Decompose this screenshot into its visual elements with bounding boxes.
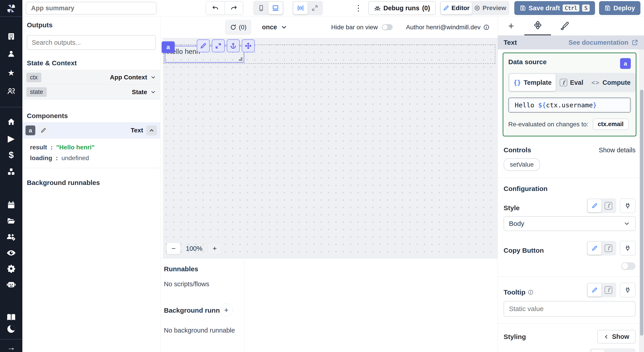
- sidebar-item-workspace[interactable]: [0, 31, 22, 42]
- prop-row-result[interactable]: result : "Hello henri": [22, 142, 160, 153]
- code-prefix: Hello: [515, 101, 538, 109]
- tab-insert-component[interactable]: +: [498, 16, 524, 35]
- controls-title: Controls: [504, 146, 531, 154]
- runnables-panel: Runnables No scripts/flows Background ru…: [160, 258, 498, 352]
- sidebar-item-assistant[interactable]: [0, 280, 22, 290]
- sidebar-item-workers[interactable]: [0, 232, 22, 242]
- compute-tab[interactable]: <> Compute: [588, 74, 634, 91]
- styling-title: Styling: [504, 333, 526, 340]
- sidebar-item-home[interactable]: [0, 117, 22, 127]
- app-summary-input[interactable]: [26, 2, 156, 14]
- fullwidth-layout-button[interactable]: [308, 2, 322, 14]
- sidebar-item-user[interactable]: [0, 49, 22, 59]
- edit-component-id-button[interactable]: [38, 126, 49, 135]
- function-icon: f: [605, 286, 612, 294]
- mobile-view-button[interactable]: [254, 2, 268, 14]
- copy-button-toggle[interactable]: [621, 262, 636, 270]
- align-left-button[interactable]: [591, 350, 605, 352]
- sidebar-item-runs[interactable]: ▶: [0, 133, 22, 144]
- align-right-button[interactable]: [620, 350, 634, 352]
- eval-mode-button[interactable]: f: [602, 284, 616, 296]
- windmill-logo-icon[interactable]: [0, 3, 22, 14]
- collapse-component-button[interactable]: [146, 126, 157, 135]
- static-mode-button[interactable]: [588, 284, 602, 296]
- centered-layout-button[interactable]: [294, 2, 308, 14]
- styling-section: Styling Show Alignment: [503, 330, 636, 352]
- template-expression-input[interactable]: Hello ${ctx.username}: [508, 98, 631, 113]
- show-details-link[interactable]: Show details: [599, 146, 636, 154]
- prop-value: "Hello henri": [56, 144, 94, 151]
- eval-mode-button[interactable]: f: [602, 242, 616, 255]
- eval-tab[interactable]: f Eval: [556, 74, 588, 91]
- connect-tooltip-button[interactable]: [620, 283, 636, 298]
- component-output-props: result : "Hello henri" loading : undefin…: [22, 138, 160, 168]
- sidebar-item-groups[interactable]: [0, 86, 22, 96]
- collapse-sidebar-button[interactable]: →: [0, 342, 22, 352]
- resize-handle[interactable]: [239, 57, 242, 61]
- connect-style-button[interactable]: [620, 198, 636, 213]
- static-mode-button[interactable]: [588, 242, 602, 255]
- deploy-button[interactable]: Deploy: [599, 1, 640, 15]
- eval-mode-button[interactable]: f: [602, 199, 616, 212]
- prop-colon: :: [56, 154, 58, 162]
- redo-button[interactable]: [224, 2, 243, 14]
- more-options-button[interactable]: ⋮: [354, 3, 362, 13]
- hide-bar-toggle[interactable]: [382, 24, 393, 30]
- schedule-dropdown[interactable]: once: [262, 24, 287, 31]
- save-draft-button[interactable]: Save draft Ctrl S: [514, 1, 595, 15]
- dark-mode-toggle[interactable]: [0, 324, 22, 334]
- add-background-runnable-button[interactable]: +: [220, 304, 233, 316]
- sidebar-item-resources[interactable]: [0, 167, 22, 177]
- sidebar-item-docs[interactable]: [0, 312, 22, 322]
- component-id-badge: a: [26, 126, 35, 135]
- desktop-view-button[interactable]: [268, 2, 283, 14]
- sidebar-item-schedules[interactable]: [0, 200, 22, 210]
- refresh-button[interactable]: (0): [225, 20, 251, 35]
- style-label: Style: [504, 204, 520, 213]
- preview-tab[interactable]: Preview: [472, 2, 508, 14]
- prop-row-loading[interactable]: loading : undefined: [22, 153, 160, 164]
- function-icon: f: [605, 202, 612, 210]
- expand-component-button[interactable]: [212, 39, 225, 52]
- anchor-component-button[interactable]: [227, 39, 240, 52]
- sidebar-item-settings[interactable]: [0, 264, 22, 274]
- save-draft-label: Save draft: [528, 4, 560, 12]
- output-row-state[interactable]: state State: [22, 85, 160, 100]
- edit-component-button[interactable]: [197, 39, 210, 52]
- undo-button[interactable]: [206, 2, 224, 14]
- component-id-badge[interactable]: a: [162, 41, 175, 53]
- info-icon: [528, 290, 534, 295]
- zoom-out-button[interactable]: −: [166, 243, 180, 254]
- sidebar-item-favorites[interactable]: ★: [0, 68, 22, 78]
- template-tab[interactable]: {} Template: [510, 74, 556, 91]
- connect-copy-button[interactable]: [620, 241, 636, 256]
- compute-label: Compute: [602, 79, 630, 86]
- show-styling-button[interactable]: Show: [597, 330, 636, 344]
- debug-runs-button[interactable]: Debug runs (0): [368, 1, 436, 15]
- reeval-dependency-pill[interactable]: ctx.email: [593, 118, 628, 130]
- tooltip-value-input[interactable]: [504, 301, 636, 317]
- sidebar-item-folders[interactable]: [0, 216, 22, 226]
- kbd-s: S: [582, 4, 590, 12]
- move-component-button[interactable]: [242, 39, 255, 52]
- scrollbar-thumb[interactable]: [640, 90, 643, 336]
- style-select[interactable]: Body: [504, 216, 636, 231]
- top-toolbar: ⋮ Debug runs (0) Editor Preview Save dra…: [22, 0, 644, 16]
- app-canvas[interactable]: Hello henri a: [160, 38, 498, 258]
- data-source-card: Data source a {} Template f: [503, 52, 636, 136]
- static-mode-button[interactable]: [588, 199, 602, 212]
- search-outputs-input[interactable]: [27, 35, 156, 50]
- see-documentation-link[interactable]: See documentation: [569, 39, 638, 46]
- setvalue-control-pill[interactable]: setValue: [504, 158, 540, 171]
- tab-component-settings[interactable]: [524, 16, 551, 35]
- sidebar-item-audit[interactable]: [0, 248, 22, 258]
- redo-icon: [230, 4, 238, 12]
- editor-tab[interactable]: Editor: [441, 2, 472, 14]
- align-center-h-button[interactable]: [606, 350, 620, 352]
- component-row-a[interactable]: a Text: [22, 122, 160, 138]
- sidebar-item-billing[interactable]: $: [0, 150, 22, 160]
- scrollbar-track[interactable]: [639, 50, 644, 352]
- tab-theme-styling[interactable]: [551, 16, 578, 35]
- output-row-ctx[interactable]: ctx App Context: [22, 70, 160, 85]
- zoom-in-button[interactable]: +: [208, 243, 222, 254]
